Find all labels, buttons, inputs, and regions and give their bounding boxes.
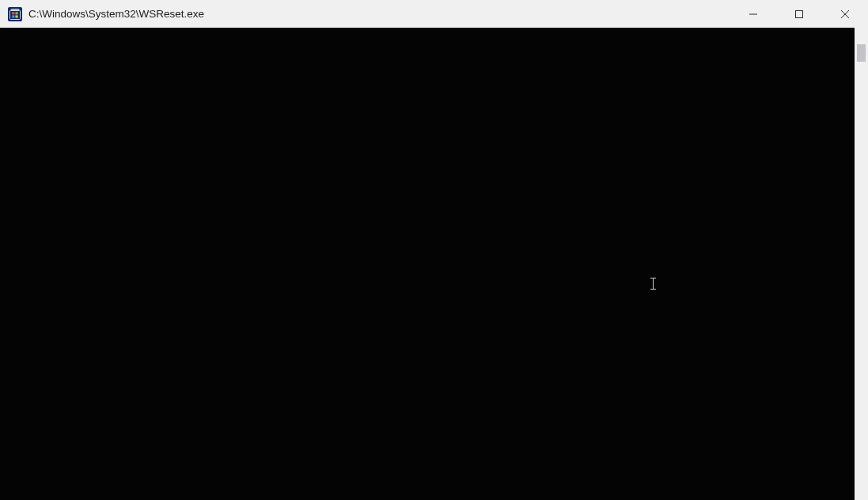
titlebar[interactable]: C:\Windows\System32\WSReset.exe bbox=[0, 0, 868, 28]
maximize-button[interactable] bbox=[776, 0, 822, 28]
maximize-icon bbox=[795, 10, 803, 18]
minimize-button[interactable] bbox=[730, 0, 776, 28]
close-icon bbox=[841, 10, 849, 18]
content-area bbox=[0, 28, 868, 500]
console-output[interactable] bbox=[0, 28, 855, 500]
close-button[interactable] bbox=[822, 0, 868, 28]
microsoft-store-icon bbox=[8, 7, 22, 21]
vertical-scrollbar[interactable] bbox=[855, 28, 868, 500]
window-controls bbox=[730, 0, 868, 28]
svg-rect-6 bbox=[15, 15, 17, 17]
svg-rect-5 bbox=[12, 15, 14, 17]
svg-rect-4 bbox=[15, 12, 17, 14]
minimize-icon bbox=[749, 10, 757, 18]
titlebar-drag-region[interactable]: C:\Windows\System32\WSReset.exe bbox=[0, 0, 730, 28]
svg-rect-3 bbox=[12, 12, 14, 14]
text-cursor bbox=[653, 278, 654, 290]
window-title: C:\Windows\System32\WSReset.exe bbox=[28, 8, 204, 20]
window: C:\Windows\System32\WSReset.exe bbox=[0, 0, 868, 500]
svg-rect-8 bbox=[796, 10, 803, 17]
scrollbar-thumb[interactable] bbox=[857, 44, 866, 62]
